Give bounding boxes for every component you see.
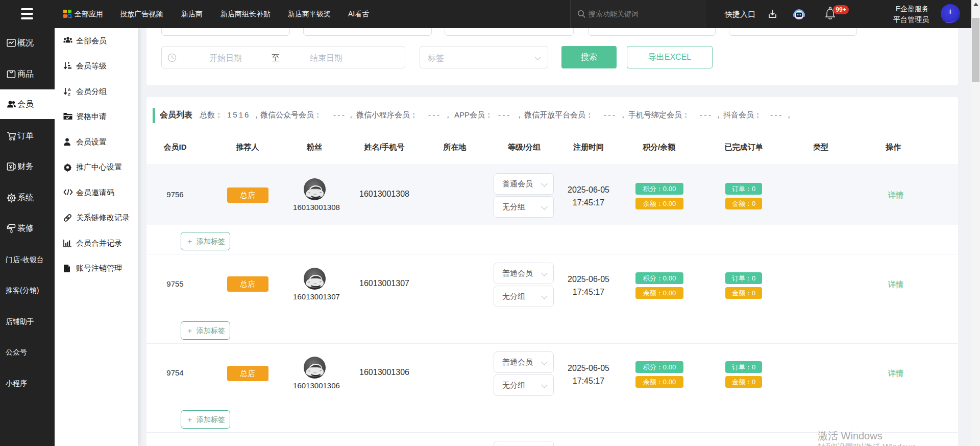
svg-text:Z: Z <box>68 91 70 96</box>
